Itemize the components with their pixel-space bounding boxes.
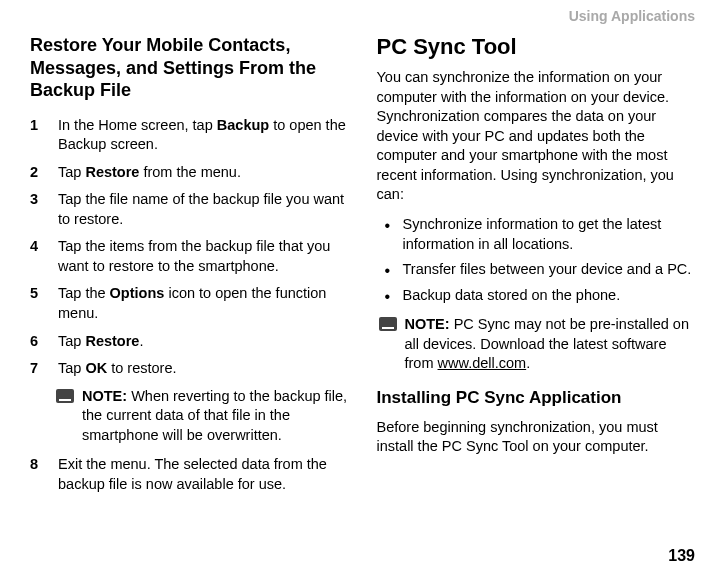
step-text: Exit the menu. The selected data from th…: [58, 456, 327, 492]
step-item: Tap Restore from the menu.: [30, 163, 349, 183]
two-column-layout: Restore Your Mobile Contacts, Messages, …: [30, 34, 695, 503]
note-body: NOTE: PC Sync may not be pre-installed o…: [405, 315, 696, 374]
step-text: to restore.: [107, 360, 176, 376]
bullet-item: Synchronize information to get the lates…: [377, 215, 696, 254]
bullet-item: Transfer files between your device and a…: [377, 260, 696, 280]
step-item: In the Home screen, tap Backup to open t…: [30, 116, 349, 155]
note-body: NOTE: When reverting to the backup file,…: [82, 387, 349, 446]
step-bold: Options: [110, 285, 165, 301]
installing-text: Before beginning synchronization, you mu…: [377, 418, 696, 457]
step-text: Tap the file name of the backup file you…: [58, 191, 344, 227]
note-text: .: [526, 355, 530, 371]
step-item: Tap OK to restore. NOTE: When reverting …: [30, 359, 349, 445]
restore-steps: In the Home screen, tap Backup to open t…: [30, 116, 349, 495]
pc-sync-heading: PC Sync Tool: [377, 34, 696, 60]
step-text: from the menu.: [139, 164, 241, 180]
step-text: Tap the items from the backup file that …: [58, 238, 330, 274]
step-text: Tap: [58, 333, 85, 349]
pc-sync-intro: You can synchronize the information on y…: [377, 68, 696, 205]
step-bold: OK: [85, 360, 107, 376]
step-item: Tap Restore.: [30, 332, 349, 352]
section-header: Using Applications: [30, 8, 695, 24]
step-text: Tap the: [58, 285, 110, 301]
step-item: Exit the menu. The selected data from th…: [30, 455, 349, 494]
step-text: .: [139, 333, 143, 349]
note-block: NOTE: When reverting to the backup file,…: [56, 387, 349, 446]
left-column: Restore Your Mobile Contacts, Messages, …: [30, 34, 349, 503]
step-item: Tap the file name of the backup file you…: [30, 190, 349, 229]
note-icon: [379, 317, 397, 331]
note-block: NOTE: PC Sync may not be pre-installed o…: [377, 315, 696, 374]
step-bold: Backup: [217, 117, 269, 133]
step-text: In the Home screen, tap: [58, 117, 217, 133]
restore-heading: Restore Your Mobile Contacts, Messages, …: [30, 34, 349, 102]
step-bold: Restore: [85, 164, 139, 180]
bullet-item: Backup data stored on the phone.: [377, 286, 696, 306]
right-column: PC Sync Tool You can synchronize the inf…: [377, 34, 696, 503]
step-text: Tap: [58, 164, 85, 180]
step-item: Tap the items from the backup file that …: [30, 237, 349, 276]
sync-bullet-list: Synchronize information to get the lates…: [377, 215, 696, 305]
step-item: Tap the Options icon to open the functio…: [30, 284, 349, 323]
note-label: NOTE:: [405, 316, 450, 332]
page-number: 139: [668, 547, 695, 565]
note-link[interactable]: www.dell.com: [438, 355, 527, 371]
step-bold: Restore: [85, 333, 139, 349]
step-text: Tap: [58, 360, 85, 376]
note-icon: [56, 389, 74, 403]
note-label: NOTE:: [82, 388, 127, 404]
installing-heading: Installing PC Sync Application: [377, 388, 696, 408]
